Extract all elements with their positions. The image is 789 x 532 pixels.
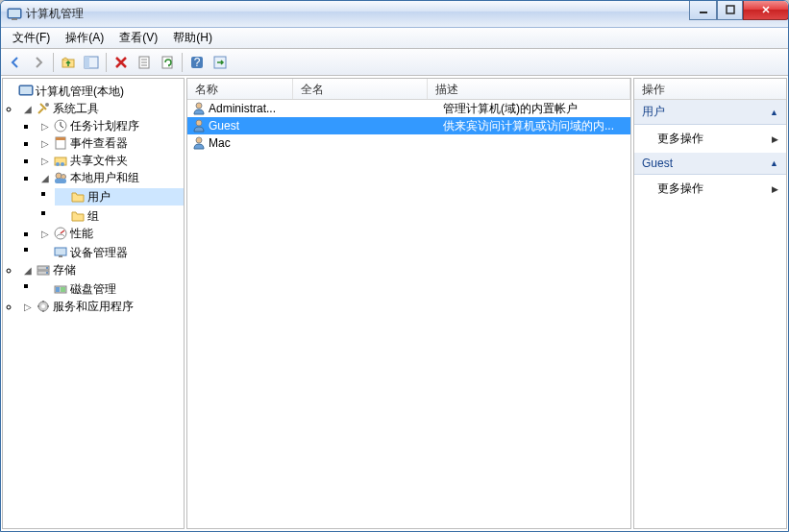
svg-point-42	[196, 137, 202, 143]
svg-point-34	[46, 272, 48, 274]
export-button[interactable]	[210, 52, 231, 73]
folder-icon	[70, 189, 86, 205]
tree-task-scheduler[interactable]: ▷任务计划程序	[37, 117, 184, 134]
svg-point-24	[61, 162, 64, 166]
action-more-users[interactable]: 更多操作 ▶	[634, 125, 786, 153]
menu-bar: 文件(F) 操作(A) 查看(V) 帮助(H)	[1, 28, 788, 49]
show-hide-tree-button[interactable]	[81, 52, 102, 73]
svg-point-41	[196, 120, 202, 126]
users-icon	[53, 170, 68, 185]
tree-system-tools[interactable]: ◢ 系统工具	[20, 100, 184, 117]
tree-label: 计算机管理(本地)	[36, 84, 124, 100]
event-icon	[53, 135, 68, 151]
collapse-icon: ▲	[770, 108, 778, 117]
col-description[interactable]: 描述	[428, 79, 630, 99]
tree-label: 任务计划程序	[70, 118, 139, 134]
svg-rect-29	[55, 248, 66, 255]
tree-local-users-groups[interactable]: ◢本地用户和组	[37, 169, 184, 186]
tree-root[interactable]: 计算机管理(本地)	[3, 83, 184, 100]
services-icon	[36, 299, 51, 314]
cell-desc: 供来宾访问计算机或访问域的内...	[443, 118, 630, 134]
action-section-guest[interactable]: Guest ▲	[634, 153, 786, 175]
cell-name: Administrat...	[209, 102, 308, 115]
tree-shared-folders[interactable]: ▷共享文件夹	[37, 152, 184, 169]
menu-help[interactable]: 帮助(H)	[165, 28, 220, 48]
list-row[interactable]: Administrat... 管理计算机(域)的内置帐户	[187, 100, 630, 117]
up-button[interactable]	[58, 52, 79, 73]
expand-icon[interactable]: ▷	[39, 156, 51, 166]
action-pane: 操作 用户 ▲ 更多操作 ▶ Guest ▲ 更多操作 ▶	[633, 78, 787, 529]
tree-label: 事件查看器	[70, 135, 128, 152]
svg-point-26	[62, 175, 66, 180]
menu-action[interactable]: 操作(A)	[58, 28, 111, 48]
list-row[interactable]: Guest 供来宾访问计算机或访问域的内...	[187, 117, 630, 134]
computer-icon	[18, 84, 34, 99]
col-name[interactable]: 名称	[187, 79, 293, 99]
tree-groups[interactable]: 组	[55, 207, 184, 225]
back-button[interactable]	[5, 52, 26, 73]
collapse-icon[interactable]: ◢	[39, 173, 51, 183]
tree-pane[interactable]: 计算机管理(本地) ◢ 系统工具 ▷任务计划程序 ▷事件查看器	[2, 78, 185, 529]
tree-label: 共享文件夹	[70, 153, 128, 169]
menu-file[interactable]: 文件(F)	[5, 28, 58, 48]
expand-icon[interactable]: ▷	[22, 302, 34, 312]
svg-point-39	[41, 304, 45, 308]
tree-performance[interactable]: ▷性能	[37, 225, 184, 242]
expand-icon[interactable]: ▷	[39, 138, 51, 149]
action-section-users[interactable]: 用户 ▲	[634, 100, 786, 125]
expand-icon[interactable]: ▷	[39, 121, 51, 132]
svg-text:?: ?	[194, 56, 201, 69]
delete-button[interactable]	[111, 52, 132, 73]
device-icon	[53, 245, 68, 260]
tree-storage[interactable]: ◢存储	[20, 261, 184, 278]
tree-label: 服务和应用程序	[53, 299, 134, 315]
list-header: 名称 全名 描述	[187, 79, 630, 100]
list-row[interactable]: Mac	[187, 134, 630, 152]
collapse-icon[interactable]: ◢	[22, 104, 34, 114]
clock-icon	[53, 118, 68, 133]
expand-icon[interactable]: ▷	[39, 229, 51, 239]
svg-rect-36	[56, 287, 60, 292]
window-title: 计算机管理	[26, 6, 84, 22]
tree-services-apps[interactable]: ▷服务和应用程序	[20, 298, 184, 315]
svg-point-23	[56, 162, 60, 166]
tree-users[interactable]: 用户	[55, 188, 184, 206]
action-item-label: 更多操作	[657, 181, 703, 197]
action-header: 操作	[634, 79, 786, 100]
col-fullname[interactable]: 全名	[293, 79, 428, 99]
toolbar: ?	[1, 49, 788, 76]
collapse-icon[interactable]: ◢	[22, 265, 34, 276]
performance-icon	[53, 226, 68, 241]
svg-point-33	[46, 267, 48, 269]
help-button[interactable]: ?	[186, 52, 208, 73]
minimize-button[interactable]	[689, 1, 717, 20]
chevron-right-icon: ▶	[772, 184, 778, 194]
user-icon	[191, 101, 207, 116]
title-bar[interactable]: 计算机管理	[1, 1, 788, 28]
svg-point-25	[56, 173, 62, 179]
menu-view[interactable]: 查看(V)	[111, 28, 165, 48]
svg-rect-1	[9, 10, 20, 17]
close-button[interactable]	[743, 1, 789, 20]
tree-event-viewer[interactable]: ▷事件查看器	[37, 134, 184, 152]
action-more-guest[interactable]: 更多操作 ▶	[634, 175, 786, 203]
properties-button[interactable]	[134, 52, 155, 73]
svg-rect-37	[61, 287, 65, 292]
tree-label: 用户	[87, 189, 111, 206]
folder-icon	[70, 208, 86, 224]
tree-label: 性能	[70, 226, 93, 242]
svg-rect-4	[727, 6, 734, 13]
collapse-icon: ▲	[770, 158, 778, 168]
maximize-button[interactable]	[717, 1, 743, 20]
tree-disk-management[interactable]: 磁盘管理	[37, 280, 184, 298]
disk-icon	[53, 281, 68, 297]
shared-folder-icon	[53, 153, 68, 168]
refresh-button[interactable]	[157, 52, 178, 73]
app-icon	[7, 7, 22, 22]
action-section-label: 用户	[642, 104, 665, 120]
tree-device-manager[interactable]: 设备管理器	[37, 244, 184, 261]
list-pane[interactable]: 名称 全名 描述 Administrat... 管理计算机(域)的内置帐户 Gu…	[186, 78, 631, 529]
svg-rect-27	[55, 179, 66, 183]
tree-label: 设备管理器	[70, 245, 128, 261]
forward-button[interactable]	[28, 52, 49, 73]
